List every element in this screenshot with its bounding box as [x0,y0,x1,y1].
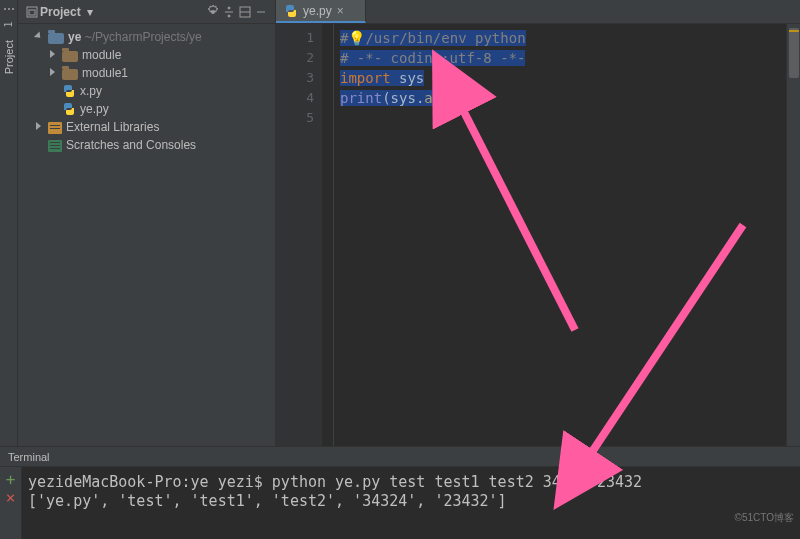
tree-item-label: module1 [82,64,128,82]
line-number: 1 [276,28,314,48]
left-tool-strip: 1 Project [0,0,18,446]
line-number: 4 [276,88,314,108]
code-token: argv [424,90,458,106]
tool-label-project[interactable]: Project [3,40,15,74]
chevron-down-icon[interactable]: ▾ [87,5,93,19]
tree-file-x[interactable]: x.py [22,82,275,100]
code-token: sys [391,90,416,106]
tab-label: ye.py [303,4,332,18]
python-file-icon [62,84,76,98]
code-token: # -*- coding:utf-8 -*- [340,50,525,66]
tree-external-libraries[interactable]: External Libraries [22,118,275,136]
project-tool-window: Project ▾ ye ~/PycharmProjects/ye [18,0,276,446]
line-number: 3 [276,68,314,88]
collapse-icon[interactable] [237,4,253,20]
code-editor[interactable]: 1 2 3 4 5 #💡/usr/bin/env python # -*- co… [276,24,800,446]
tree-item-label: Scratches and Consoles [66,136,196,154]
warning-mark-icon [789,30,799,32]
root-path: ~/PycharmProjects/ye [85,30,202,44]
tree-root[interactable]: ye ~/PycharmProjects/ye [22,28,275,46]
python-file-icon [284,4,298,18]
tree-item-label: x.py [80,82,102,100]
panel-drag-icon [24,4,40,20]
code-token: ) [458,90,466,106]
terminal-command: python ye.py test test1 test2 34324 2343… [272,473,642,491]
svg-rect-1 [29,10,35,15]
svg-point-3 [228,7,230,9]
drag-handle-icon [4,8,14,11]
folder-icon [48,33,64,44]
scratches-icon [48,140,62,152]
editor-tab-ye[interactable]: ye.py × [276,0,366,23]
indent-guide [322,24,334,446]
folder-icon [62,51,78,62]
divide-icon[interactable] [221,4,237,20]
editor-tab-bar: ye.py × [276,0,800,24]
close-icon[interactable]: × [337,4,344,18]
root-name: ye [68,30,81,44]
folder-icon [62,69,78,80]
terminal-header: Terminal [0,447,800,467]
terminal-prompt: yezideMacBook-Pro:ye yezi$ [28,473,272,491]
tool-index: 1 [3,21,14,27]
tree-item-label: External Libraries [66,118,159,136]
code-token: print [340,90,382,106]
line-number: 5 [276,108,314,128]
hide-icon[interactable] [253,4,269,20]
code-text[interactable]: #💡/usr/bin/env python # -*- coding:utf-8… [334,24,786,446]
code-token: import [340,70,391,86]
chevron-right-icon[interactable] [50,68,60,78]
terminal-result: ['ye.py', 'test', 'test1', 'test2', '343… [28,492,507,510]
chevron-down-icon[interactable] [36,32,46,42]
python-file-icon [62,102,76,116]
line-gutter: 1 2 3 4 5 [276,24,322,446]
close-session-button[interactable]: × [4,491,18,505]
editor-scrollbar[interactable] [786,24,800,446]
watermark: ©51CTO博客 [735,511,794,525]
gear-icon[interactable] [205,4,221,20]
scrollbar-thumb[interactable] [789,28,799,78]
panel-title: Project [40,5,81,19]
editor-area: ye.py × 1 2 3 4 5 #💡/usr/bin/env python … [276,0,800,446]
code-token: sys [399,70,424,86]
tree-folder-module1[interactable]: module1 [22,64,275,82]
tree-folder-module[interactable]: module [22,46,275,64]
terminal-output[interactable]: yezideMacBook-Pro:ye yezi$ python ye.py … [22,467,800,539]
intention-bulb-icon[interactable]: 💡 [348,30,365,46]
tree-item-label: ye.py [80,100,109,118]
tree-file-ye[interactable]: ye.py [22,100,275,118]
project-panel-header: Project ▾ [18,0,275,24]
chevron-right-icon[interactable] [36,122,46,132]
svg-point-5 [228,15,230,17]
terminal-tool-window: Terminal + × yezideMacBook-Pro:ye yezi$ … [0,446,800,539]
tree-scratches[interactable]: Scratches and Consoles [22,136,275,154]
terminal-title: Terminal [8,451,50,463]
libraries-icon [48,122,62,134]
line-number: 2 [276,48,314,68]
code-token: ( [382,90,390,106]
terminal-side-toolbar: + × [0,467,22,539]
chevron-right-icon[interactable] [50,50,60,60]
project-tree[interactable]: ye ~/PycharmProjects/ye module module1 x… [18,24,275,446]
new-session-button[interactable]: + [4,473,18,487]
code-token: /usr/bin/env python [365,30,525,46]
tree-item-label: module [82,46,121,64]
